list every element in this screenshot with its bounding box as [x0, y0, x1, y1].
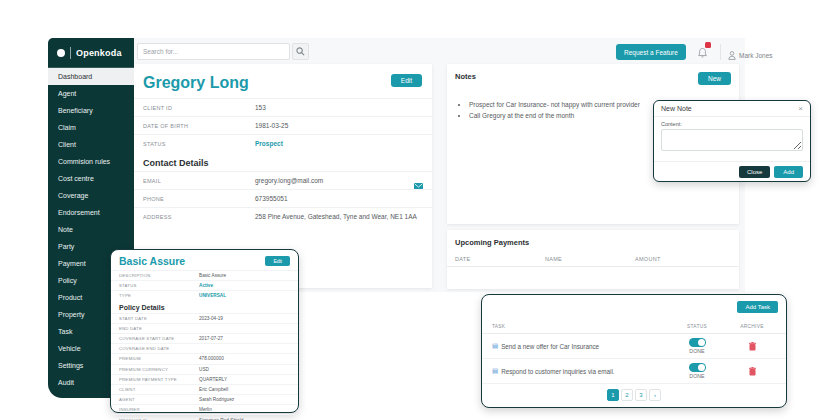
pagination: 1 2 3 ›	[482, 389, 786, 401]
sidebar-item-claim[interactable]: Claim	[48, 119, 134, 136]
trash-icon[interactable]	[749, 337, 756, 355]
modal-title: New Note	[661, 105, 692, 112]
payments-title: Upcoming Payments	[455, 238, 529, 247]
sidebar-item-cost-centre[interactable]: Cost centre	[48, 170, 134, 187]
add-note-button[interactable]: Add	[774, 166, 803, 178]
task-row: ▤ Send a new offer for Car Insurance DON…	[482, 334, 786, 359]
trash-icon[interactable]	[749, 362, 756, 380]
user-menu[interactable]: Mark Jones	[728, 46, 773, 64]
field-value: 1981-03-25	[255, 122, 288, 129]
field-label: COVERAGE START DATE	[119, 336, 199, 341]
sidebar-item-agent[interactable]: Agent	[48, 85, 134, 102]
column-header-archive: ARCHIVE	[728, 324, 776, 329]
user-name: Mark Jones	[739, 52, 773, 59]
field-label: INSURER	[119, 407, 199, 412]
task-text: Send a new offer for Car Insurance	[501, 343, 599, 350]
column-header-date: DATE	[455, 256, 545, 262]
page-title: Gregory Long	[143, 74, 249, 92]
app-window: Openkoda Dashboard Agent Beneficiary Cla…	[0, 0, 820, 420]
tasks-panel: Add Task TASK STATUS ARCHIVE ▤ Send a ne…	[481, 294, 787, 408]
task-status-toggle[interactable]	[689, 338, 706, 347]
field-label: AGENT	[119, 397, 199, 402]
field-value: 153	[255, 104, 266, 111]
sidebar-item-beneficiary[interactable]: Beneficiary	[48, 102, 134, 119]
field-label: COVERAGE END DATE	[119, 346, 199, 351]
new-note-modal: New Note × Content: Close Add	[653, 100, 811, 182]
field-value: gregory.long@mail.com	[255, 177, 323, 184]
field-value: 2023-04-19	[199, 316, 223, 321]
field-value: Eric Campbell	[199, 387, 228, 392]
field-label: START DATE	[119, 316, 199, 321]
policy-panel: Basic Assure Edit DESCRIPTIONBasic Assur…	[110, 249, 299, 413]
page-next-button[interactable]: ›	[649, 389, 661, 401]
sidebar-item-commision-rules[interactable]: Commision rules	[48, 153, 134, 170]
policy-type-link[interactable]: UNIVERSAL	[199, 293, 226, 298]
contact-details-header: Contact Details	[134, 152, 432, 171]
brand-logo[interactable]: Openkoda	[48, 38, 134, 68]
sidebar-item-client[interactable]: Client	[48, 136, 134, 153]
field-label: CLIENT	[119, 387, 199, 392]
column-header-name: NAME	[545, 256, 635, 262]
user-icon	[728, 46, 736, 64]
close-icon[interactable]: ×	[798, 106, 803, 112]
field-value: 2017-07-27	[199, 336, 223, 341]
sidebar-item-note[interactable]: Note	[48, 221, 134, 238]
sidebar-item-coverage[interactable]: Coverage	[48, 187, 134, 204]
client-field-row: CLIENT ID 153	[134, 98, 432, 116]
request-feature-button[interactable]: Request a Feature	[616, 44, 686, 60]
field-label: DATE OF BIRTH	[143, 123, 255, 129]
column-header-amount: AMOUNT	[635, 256, 725, 262]
field-value: 673955051	[255, 195, 288, 202]
field-value: USD	[199, 367, 209, 372]
policy-title: Basic Assure	[119, 255, 185, 267]
field-label: END DATE	[119, 326, 199, 331]
client-field-row: EMAIL gregory.long@mail.com	[134, 171, 432, 189]
field-label: PREMIUM CURRENCY	[119, 367, 199, 372]
client-field-row: STATUS Prospect	[134, 134, 432, 152]
policy-status-link[interactable]: Active	[199, 283, 213, 288]
task-icon: ▤	[492, 342, 498, 350]
task-text: Respond to customer inquiries via email.	[501, 368, 614, 375]
client-field-row: ADDRESS 258 Pine Avenue, Gateshead, Tyne…	[134, 207, 432, 225]
page-button-3[interactable]: 3	[635, 389, 647, 401]
field-label: TYPE	[119, 293, 199, 298]
field-label: EMAIL	[143, 178, 255, 184]
sidebar-item-dashboard[interactable]: Dashboard	[48, 68, 134, 85]
task-status-label: DONE	[689, 348, 704, 354]
add-task-button[interactable]: Add Task	[737, 301, 778, 313]
upcoming-payments-card: Upcoming Payments DATE NAME AMOUNT	[447, 230, 739, 289]
client-field-row: PHONE 673955051	[134, 189, 432, 207]
logo-divider	[70, 47, 71, 59]
openkoda-logo-icon	[57, 49, 65, 57]
search-button[interactable]	[292, 43, 309, 60]
task-icon: ▤	[492, 367, 498, 375]
task-status-toggle[interactable]	[689, 363, 706, 372]
field-label: ADDRESS	[143, 214, 255, 220]
header-divider	[720, 44, 721, 60]
tasks-table-header: TASK STATUS ARCHIVE	[482, 320, 786, 334]
search-icon	[296, 44, 305, 59]
note-content-textarea[interactable]	[661, 129, 803, 151]
content-label: Content:	[661, 121, 803, 127]
field-value: Basic Assure	[199, 273, 226, 278]
field-label: PREMIUM PAYMENT TYPE	[119, 377, 199, 382]
field-label: STATUS	[143, 141, 255, 147]
field-value: 258 Pine Avenue, Gateshead, Tyne and Wea…	[255, 213, 417, 220]
new-note-button[interactable]: New	[698, 72, 731, 85]
close-button[interactable]: Close	[739, 166, 770, 178]
edit-policy-button[interactable]: Edit	[265, 256, 290, 266]
field-value: Merlin	[199, 407, 212, 412]
field-label: PHONE	[143, 196, 255, 202]
status-link[interactable]: Prospect	[255, 140, 283, 147]
field-label: STATUS	[119, 283, 199, 288]
task-row: ▤ Respond to customer inquiries via emai…	[482, 359, 786, 384]
edit-client-button[interactable]: Edit	[391, 74, 422, 87]
search-input[interactable]	[137, 43, 290, 60]
field-label: CLIENT ID	[143, 105, 255, 111]
sidebar-item-endorsement[interactable]: Endorsement	[48, 204, 134, 221]
payments-table-header: DATE NAME AMOUNT	[447, 249, 739, 267]
page-button-1[interactable]: 1	[607, 389, 619, 401]
page-button-2[interactable]: 2	[621, 389, 633, 401]
field-value: 478.000000	[199, 356, 224, 361]
brand-name: Openkoda	[76, 48, 122, 58]
